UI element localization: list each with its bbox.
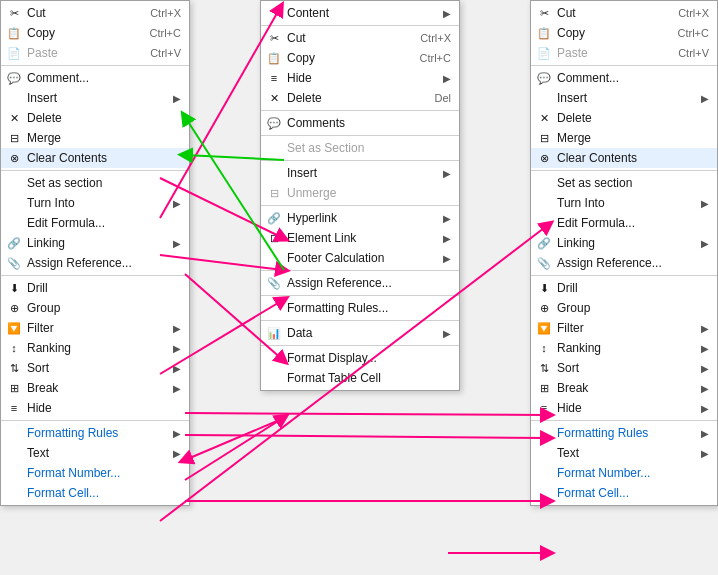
menu-item-format-number[interactable]: Format Number... <box>1 463 189 483</box>
menu-item-hide[interactable]: ≡Hide▶ <box>531 398 717 418</box>
menu-item-comments[interactable]: 💬Comments <box>261 113 459 133</box>
menu-item-insert[interactable]: Insert▶ <box>1 88 189 108</box>
menu-separator <box>261 160 459 161</box>
menu-item-label: Delete <box>557 111 592 125</box>
menu-item-label: Set as Section <box>287 141 364 155</box>
menu-item-filter[interactable]: 🔽Filter▶ <box>1 318 189 338</box>
menu-item-footer-calculation[interactable]: Footer Calculation▶ <box>261 248 459 268</box>
assign-reference-icon: 📎 <box>5 254 23 272</box>
menu-item-linking[interactable]: 🔗Linking▶ <box>531 233 717 253</box>
menu-item-sort[interactable]: ⇅Sort▶ <box>531 358 717 378</box>
menu-item-hyperlink[interactable]: 🔗Hyperlink▶ <box>261 208 459 228</box>
menu-item-copy[interactable]: 📋CopyCtrl+C <box>261 48 459 68</box>
svg-line-13 <box>185 418 284 460</box>
break-icon: ⊞ <box>5 379 23 397</box>
menu-item-data[interactable]: 📊Data▶ <box>261 323 459 343</box>
menu-item-clear-contents[interactable]: ⊗Clear Contents <box>531 148 717 168</box>
menu-item-filter[interactable]: 🔽Filter▶ <box>531 318 717 338</box>
menu-item-edit-formula[interactable]: Edit Formula... <box>1 213 189 233</box>
menu-item-cut[interactable]: ✂CutCtrl+X <box>531 3 717 23</box>
menu-item-label: Clear Contents <box>557 151 637 165</box>
menu-item-break[interactable]: ⊞Break▶ <box>531 378 717 398</box>
submenu-arrow-icon: ▶ <box>691 403 709 414</box>
menu-item-format-cell[interactable]: Format Cell... <box>1 483 189 503</box>
menu-item-insert[interactable]: Insert▶ <box>261 163 459 183</box>
menu-item-format-cell[interactable]: Format Cell... <box>531 483 717 503</box>
menu-item-formatting-rules[interactable]: Formatting Rules... <box>261 298 459 318</box>
menu-separator <box>261 135 459 136</box>
menu-separator <box>531 275 717 276</box>
menu-item-delete[interactable]: ✕DeleteDel <box>261 88 459 108</box>
menu-item-assign-reference[interactable]: 📎Assign Reference... <box>531 253 717 273</box>
submenu-arrow-icon: ▶ <box>163 448 181 459</box>
menu-item-shortcut: Ctrl+C <box>658 27 709 39</box>
submenu-arrow-icon: ▶ <box>691 198 709 209</box>
menu-item-copy[interactable]: 📋CopyCtrl+C <box>531 23 717 43</box>
menu-item-label: Group <box>27 301 60 315</box>
menu-item-linking[interactable]: 🔗Linking▶ <box>1 233 189 253</box>
menu-item-label: Formatting Rules... <box>287 301 388 315</box>
menu-item-sort[interactable]: ⇅Sort▶ <box>1 358 189 378</box>
menu-item-set-as-section[interactable]: Set as section <box>531 173 717 193</box>
menu-item-comment[interactable]: 💬Comment... <box>1 68 189 88</box>
menu-item-cut[interactable]: ✂CutCtrl+X <box>1 3 189 23</box>
menu-item-formatting-rules[interactable]: Formatting Rules▶ <box>531 423 717 443</box>
menu-item-clear-contents[interactable]: ⊗Clear Contents <box>1 148 189 168</box>
menu-item-merge[interactable]: ⊟Merge <box>1 128 189 148</box>
menu-item-format-table-cell[interactable]: Format Table Cell <box>261 368 459 388</box>
menu-item-copy[interactable]: 📋CopyCtrl+C <box>1 23 189 43</box>
menu-item-comment[interactable]: 💬Comment... <box>531 68 717 88</box>
menu-item-group[interactable]: ⊕Group <box>1 298 189 318</box>
delete-icon: ✕ <box>535 109 553 127</box>
menu-item-label: Content <box>287 6 329 20</box>
menu-item-set-as-section[interactable]: Set as Section <box>261 138 459 158</box>
menu-item-drill[interactable]: ⬇Drill <box>1 278 189 298</box>
menu-item-turn-into[interactable]: Turn Into▶ <box>1 193 189 213</box>
menu-item-delete[interactable]: ✕Delete <box>531 108 717 128</box>
menu-item-formatting-rules[interactable]: Formatting Rules▶ <box>1 423 189 443</box>
menu-separator <box>1 170 189 171</box>
submenu-arrow-icon: ▶ <box>433 233 451 244</box>
data-icon: 📊 <box>265 324 283 342</box>
menu-separator <box>531 170 717 171</box>
menu-item-merge[interactable]: ⊟Merge <box>531 128 717 148</box>
menu-item-label: Formatting Rules <box>557 426 648 440</box>
menu-item-insert[interactable]: Insert▶ <box>531 88 717 108</box>
menu-item-label: Data <box>287 326 312 340</box>
menu-separator <box>261 320 459 321</box>
menu-item-paste[interactable]: 📄PasteCtrl+V <box>531 43 717 63</box>
menu-separator <box>261 110 459 111</box>
menu-item-hide[interactable]: ≡Hide <box>1 398 189 418</box>
menu-item-assign-reference[interactable]: 📎Assign Reference... <box>1 253 189 273</box>
menu-item-ranking[interactable]: ↕Ranking▶ <box>531 338 717 358</box>
submenu-arrow-icon: ▶ <box>433 8 451 19</box>
menu-item-set-as-section[interactable]: Set as section <box>1 173 189 193</box>
menu-item-paste[interactable]: 📄PasteCtrl+V <box>1 43 189 63</box>
menu-item-drill[interactable]: ⬇Drill <box>531 278 717 298</box>
menu-item-assign-reference[interactable]: 📎Assign Reference... <box>261 273 459 293</box>
menu-item-label: Copy <box>287 51 315 65</box>
paste-icon: 📄 <box>535 44 553 62</box>
menu-item-unmerge[interactable]: ⊟Unmerge <box>261 183 459 203</box>
menu-item-text[interactable]: Text▶ <box>1 443 189 463</box>
menu-item-label: Sort <box>27 361 49 375</box>
drill-icon: ⬇ <box>535 279 553 297</box>
menu-item-ranking[interactable]: ↕Ranking▶ <box>1 338 189 358</box>
menu-item-edit-formula[interactable]: Edit Formula... <box>531 213 717 233</box>
menu-item-element-link[interactable]: ⊡Element Link▶ <box>261 228 459 248</box>
menu-item-text[interactable]: Text▶ <box>531 443 717 463</box>
menu-separator <box>1 275 189 276</box>
menu-item-content[interactable]: Content▶ <box>261 3 459 23</box>
menu-item-format-number[interactable]: Format Number... <box>531 463 717 483</box>
menu-item-shortcut: Ctrl+V <box>658 47 709 59</box>
menu-item-format-display[interactable]: Format Display... <box>261 348 459 368</box>
menu-item-label: Text <box>27 446 49 460</box>
menu-item-hide[interactable]: ≡Hide▶ <box>261 68 459 88</box>
menu-item-turn-into[interactable]: Turn Into▶ <box>531 193 717 213</box>
menu-item-break[interactable]: ⊞Break▶ <box>1 378 189 398</box>
menu-item-cut[interactable]: ✂CutCtrl+X <box>261 28 459 48</box>
menu-item-delete[interactable]: ✕Delete <box>1 108 189 128</box>
menu-item-group[interactable]: ⊕Group <box>531 298 717 318</box>
delete-icon: ✕ <box>5 109 23 127</box>
menu-separator <box>261 270 459 271</box>
